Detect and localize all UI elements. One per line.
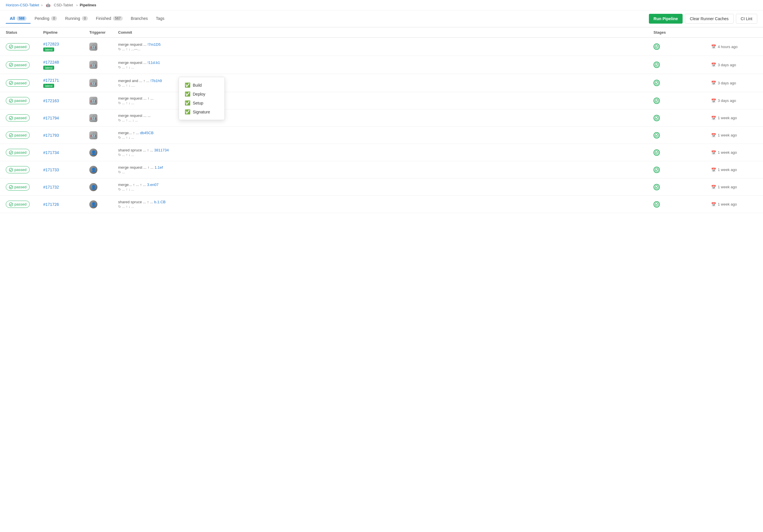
breadcrumb: Horizon-CSD-Tablet › 🤖 CSD-Tablet › Pipe… — [0, 0, 763, 10]
tab-branches[interactable]: Branches — [127, 14, 152, 24]
commit-link[interactable]: !11d.b1 — [148, 60, 160, 65]
pipeline-id[interactable]: #172163 — [43, 98, 89, 103]
col-stages: Stages — [654, 30, 711, 35]
stage-circle[interactable] — [654, 132, 660, 138]
stage-circle[interactable] — [654, 44, 660, 50]
stage-check-icon: ✅ — [185, 109, 190, 115]
pipeline-id[interactable]: #171734 — [43, 150, 89, 155]
ci-lint-button[interactable]: CI Lint — [736, 14, 757, 24]
commit-cell: merge request ... !11d.b1 ↻ ... ↑ ↓ ... — [118, 60, 654, 69]
status-text: passed — [14, 98, 27, 103]
tab-pending[interactable]: Pending 0 — [31, 14, 61, 24]
svg-point-0 — [9, 45, 13, 48]
table-row: passed #171734 👤 shared spruce ... ↑ ...… — [0, 144, 763, 161]
time-text: 3 days ago — [718, 98, 736, 103]
top-bar: All 588 Pending 0 Running 0 Finished 567… — [0, 10, 763, 27]
calendar-icon: 📅 — [711, 185, 716, 189]
breadcrumb-horizon[interactable]: Horizon-CSD-Tablet — [6, 3, 39, 7]
commit-line1: shared spruce ... ↑ ... 3811734 — [118, 148, 654, 152]
commit-line1: merge request ... !11d.b1 — [118, 60, 654, 65]
stage-circle[interactable] — [654, 167, 660, 173]
pipeline-id[interactable]: #171794 — [43, 116, 89, 120]
time-text: 1 week ago — [718, 185, 737, 189]
stage-circle[interactable] — [654, 201, 660, 208]
pipeline-id[interactable]: #172823 — [43, 42, 89, 46]
stage-item: ✅ Deploy — [185, 90, 219, 98]
run-pipeline-button[interactable]: Run Pipeline — [649, 14, 683, 24]
commit-cell: merge request ... !7m1D5 ↻ ... ↑ ↓ ...—.… — [118, 42, 654, 51]
commit-cell: merge request ... ↑ ... 1.1ef ↻ ... — [118, 165, 654, 174]
svg-point-4 — [9, 81, 13, 85]
pipeline-id[interactable]: #171732 — [43, 185, 89, 189]
commit-line2: ↻ ... — [118, 170, 654, 174]
pipeline-id[interactable]: #172171 — [43, 78, 89, 83]
stage-circle[interactable] — [654, 184, 660, 190]
time-text: 3 days ago — [718, 63, 736, 67]
avatar: 🤖 — [89, 131, 97, 139]
tab-tags[interactable]: Tags — [152, 14, 168, 24]
pipeline-id[interactable]: #171726 — [43, 202, 89, 207]
tab-all[interactable]: All 588 — [6, 14, 31, 24]
time-cell: 📅 1 week ago — [711, 150, 757, 155]
breadcrumb-csd[interactable]: 🤖 CSD-Tablet — [45, 3, 75, 7]
calendar-icon: 📅 — [711, 202, 716, 207]
pipeline-id[interactable]: #172248 — [43, 60, 89, 64]
stage-label: Deploy — [193, 92, 205, 96]
stage-check-icon: ✅ — [185, 82, 190, 88]
top-actions: Run Pipeline Clear Runner Caches CI Lint — [649, 14, 757, 24]
pipeline-id[interactable]: #171793 — [43, 133, 89, 137]
stage-circle[interactable] — [654, 115, 660, 121]
stage-circle[interactable] — [654, 80, 660, 86]
table-header: Status Pipeline Triggerer Commit Stages — [0, 27, 763, 38]
stage-circle[interactable] — [654, 149, 660, 156]
calendar-icon: 📅 — [711, 133, 716, 137]
status-badge: passed — [6, 201, 30, 208]
tab-running[interactable]: Running 0 — [61, 14, 92, 24]
triggerer-cell: 👤 — [89, 200, 118, 209]
table-row: passed #172248 latest 🤖 merge request ..… — [0, 56, 763, 74]
status-text: passed — [14, 150, 27, 155]
commit-link[interactable]: !7b1h9 — [151, 79, 162, 83]
latest-tag: latest — [43, 84, 54, 88]
tab-finished[interactable]: Finished 567 — [92, 14, 127, 24]
table-row: passed #172171 latest 🤖 merged and ... ↑… — [0, 74, 763, 92]
status-cell: passed — [6, 166, 43, 173]
status-cell: passed — [6, 149, 43, 156]
commit-link[interactable]: !7m1D5 — [148, 42, 161, 46]
triggerer-cell: 👤 — [89, 166, 118, 174]
status-badge: passed — [6, 166, 30, 173]
triggerer-cell: 🤖 — [89, 114, 118, 122]
commit-cell: merge... ↑ ... ↑ ... 3.en07 ↻ ... ↑ ↓ ..… — [118, 183, 654, 191]
commit-link[interactable]: 1.1ef — [155, 165, 163, 170]
commit-link[interactable]: 3811734 — [154, 148, 169, 152]
commit-link[interactable]: b.1.CB — [154, 200, 166, 204]
pipeline-cell: #172823 latest — [43, 42, 89, 51]
status-badge: passed — [6, 97, 30, 104]
status-cell: passed — [6, 97, 43, 104]
col-status: Status — [6, 30, 43, 35]
stage-circle[interactable] — [654, 98, 660, 104]
commit-line2: ↻ ... ↑ ↓ ...—... — [118, 47, 654, 51]
calendar-icon: 📅 — [711, 81, 716, 85]
status-badge: passed — [6, 61, 30, 68]
pipeline-cell: #171732 — [43, 185, 89, 189]
pipeline-id[interactable]: #171733 — [43, 168, 89, 172]
time-cell: 📅 1 week ago — [711, 168, 757, 172]
commit-link[interactable]: db45CB — [140, 131, 154, 135]
table-row: passed #171793 🤖 merge... ↑ ... db45CB ↻… — [0, 127, 763, 144]
latest-tag: latest — [43, 47, 54, 51]
stage-circle[interactable] — [654, 62, 660, 68]
commit-link[interactable]: 3.en07 — [147, 183, 159, 187]
commit-line2: ↻ ... ↑ ↓ ... — [118, 153, 654, 157]
tab-finished-badge: 567 — [113, 16, 123, 21]
stage-item: ✅ Build — [185, 81, 219, 90]
stage-check-icon: ✅ — [185, 91, 190, 97]
calendar-icon: 📅 — [711, 150, 716, 155]
clear-runner-button[interactable]: Clear Runner Caches — [685, 14, 734, 24]
tab-pending-badge: 0 — [51, 16, 57, 21]
status-text: passed — [14, 81, 27, 85]
time-cell: 📅 4 hours ago — [711, 44, 757, 49]
time-cell: 📅 3 days ago — [711, 81, 757, 85]
col-pipeline: Pipeline — [43, 30, 89, 35]
pipeline-cell: #171734 — [43, 150, 89, 155]
